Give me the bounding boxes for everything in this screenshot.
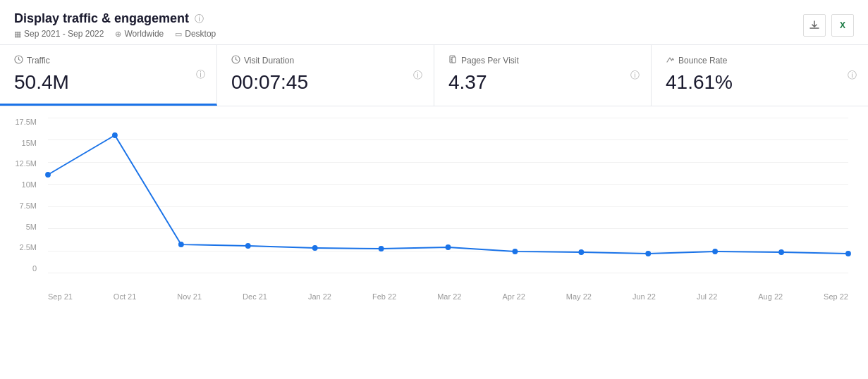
chart-area: 17.5M 15M 12.5M 10M 7.5M 5M 2.5M 0	[0, 106, 868, 314]
x-label-nov21: Nov 21	[177, 292, 202, 301]
svg-rect-3	[452, 57, 456, 63]
metric-pages-per-visit[interactable]: Pages Per Visit 4.37 ⓘ	[434, 45, 652, 106]
visit-duration-value: 00:07:45	[231, 71, 420, 94]
x-axis: Sep 21 Oct 21 Nov 21 Dec 21 Jan 22 Feb 2…	[48, 280, 848, 301]
pages-icon	[448, 55, 458, 66]
dot-may22	[578, 249, 584, 255]
date-range-item: ▦ Sep 2021 - Sep 2022	[14, 29, 104, 39]
x-label-jun22: Jun 22	[632, 292, 656, 301]
x-label-jul22: Jul 22	[697, 292, 717, 301]
title-row: Display traffic & engagement ⓘ	[14, 11, 216, 26]
traffic-icon	[14, 55, 23, 66]
region-label: Worldwide	[124, 29, 164, 39]
download-button[interactable]	[803, 14, 826, 37]
x-label-dec21: Dec 21	[243, 292, 267, 301]
x-label-jan22: Jan 22	[308, 292, 331, 301]
download-icon	[809, 20, 820, 31]
page-title: Display traffic & engagement	[14, 11, 189, 26]
line-chart-svg	[48, 118, 848, 273]
header-left: Display traffic & engagement ⓘ ▦ Sep 202…	[14, 11, 216, 39]
header-actions: X	[803, 14, 854, 37]
metric-bounce-rate[interactable]: Bounce Rate 41.61% ⓘ	[652, 45, 868, 106]
chart-line	[48, 135, 848, 254]
title-info-icon[interactable]: ⓘ	[195, 13, 204, 25]
dot-feb22	[379, 246, 384, 251]
y-label-15m: 15M	[14, 139, 42, 147]
desktop-icon: ▭	[175, 30, 182, 39]
y-label-0: 0	[14, 264, 42, 273]
x-label-sep21: Sep 21	[48, 292, 73, 301]
y-axis: 17.5M 15M 12.5M 10M 7.5M 5M 2.5M 0	[14, 118, 42, 273]
globe-icon: ⊕	[115, 30, 121, 39]
pages-info-icon[interactable]: ⓘ	[630, 69, 640, 82]
dot-jul22	[712, 249, 718, 254]
y-label-75m: 7.5M	[14, 201, 42, 210]
chart-inner	[48, 118, 848, 273]
visit-duration-label-text: Visit Duration	[244, 56, 294, 66]
dot-mar22	[446, 244, 451, 250]
traffic-value: 50.4M	[14, 71, 202, 94]
y-label-175m: 17.5M	[14, 118, 42, 126]
meta-row: ▦ Sep 2021 - Sep 2022 ⊕ Worldwide ▭ Desk…	[14, 29, 216, 39]
dot-aug22	[778, 249, 784, 255]
x-label-sep22: Sep 22	[824, 292, 848, 301]
device-label: Desktop	[185, 29, 216, 39]
grid-line-7	[48, 273, 848, 273]
device-item[interactable]: ▭ Desktop	[175, 29, 216, 39]
bounce-info-icon[interactable]: ⓘ	[848, 69, 857, 82]
dot-sep21	[45, 172, 51, 178]
x-label-oct21: Oct 21	[114, 292, 136, 301]
metric-visit-duration[interactable]: Visit Duration 00:07:45 ⓘ	[217, 45, 434, 106]
y-label-25m: 2.5M	[14, 243, 42, 251]
dot-dec21	[245, 243, 251, 249]
y-label-10m: 10M	[14, 180, 42, 189]
bounce-label-text: Bounce Rate	[678, 56, 727, 66]
traffic-label-text: Traffic	[27, 56, 50, 66]
chart-container: 17.5M 15M 12.5M 10M 7.5M 5M 2.5M 0	[14, 118, 854, 301]
dot-apr22	[512, 249, 518, 254]
bounce-icon	[666, 55, 675, 66]
pages-label-text: Pages Per Visit	[461, 56, 519, 66]
page-header: Display traffic & engagement ⓘ ▦ Sep 202…	[0, 0, 868, 44]
region-item[interactable]: ⊕ Worldwide	[115, 29, 164, 39]
date-range-label: Sep 2021 - Sep 2022	[24, 29, 104, 39]
metric-traffic[interactable]: Traffic 50.4M ⓘ	[0, 45, 217, 106]
x-label-may22: May 22	[566, 292, 592, 301]
visit-duration-label-row: Visit Duration	[231, 55, 420, 66]
excel-icon: X	[840, 20, 845, 30]
dot-nov21	[178, 242, 184, 247]
metrics-row: Traffic 50.4M ⓘ Visit Duration 00:07:45 …	[0, 44, 868, 106]
bounce-label-row: Bounce Rate	[666, 55, 854, 66]
bounce-value: 41.61%	[666, 71, 854, 94]
y-label-125m: 12.5M	[14, 159, 42, 168]
calendar-icon: ▦	[14, 30, 21, 39]
x-label-aug22: Aug 22	[758, 292, 783, 301]
x-label-mar22: Mar 22	[437, 292, 461, 301]
dot-oct21	[112, 132, 118, 138]
dot-jan22	[312, 245, 318, 251]
visit-duration-icon	[231, 55, 240, 66]
excel-button[interactable]: X	[831, 14, 854, 37]
dot-sep22	[845, 251, 851, 256]
dot-jun22	[645, 251, 651, 256]
pages-value: 4.37	[448, 71, 637, 94]
traffic-info-icon[interactable]: ⓘ	[196, 68, 205, 81]
x-label-apr22: Apr 22	[502, 292, 525, 301]
visit-duration-info-icon[interactable]: ⓘ	[413, 69, 422, 82]
pages-label-row: Pages Per Visit	[448, 55, 637, 66]
traffic-label-row: Traffic	[14, 55, 202, 66]
y-label-5m: 5M	[14, 223, 42, 231]
x-label-feb22: Feb 22	[372, 292, 396, 301]
